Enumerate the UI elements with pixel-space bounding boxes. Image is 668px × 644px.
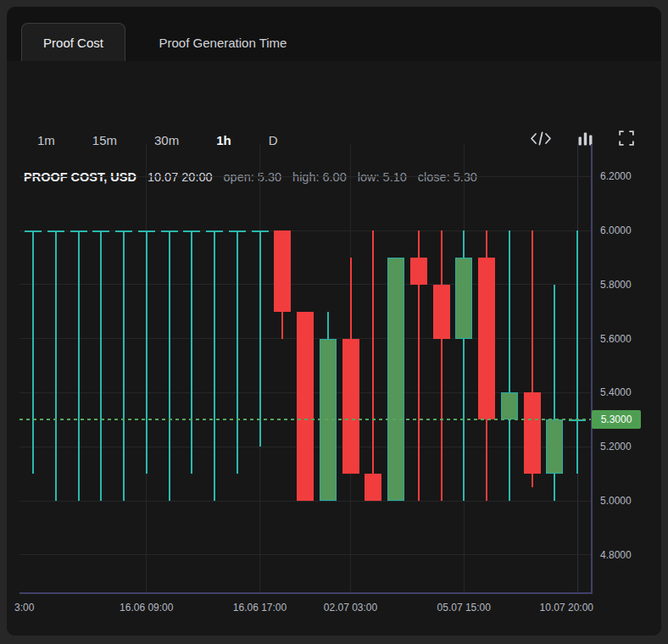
- legend-field-value: 6.00: [323, 170, 347, 184]
- legend-open: open:5.30: [224, 170, 282, 184]
- legend-field-label: open:: [224, 170, 254, 184]
- fullscreen-icon: [619, 130, 634, 148]
- tab-proof-cost[interactable]: Proof Cost: [21, 23, 125, 62]
- code-icon-button[interactable]: [528, 130, 554, 150]
- legend-time: 10.07 20:00: [148, 170, 213, 184]
- legend-field-value: 5.30: [258, 170, 281, 184]
- tab-proof-generation-time[interactable]: Proof Generation Time: [125, 23, 320, 62]
- fullscreen-icon-button[interactable]: [617, 129, 636, 150]
- interval-button-1m[interactable]: 1m: [34, 131, 58, 149]
- chart-legend: PROOF COST, USD 10.07 20:00 open:5.30hig…: [24, 170, 477, 184]
- interval-button-15m[interactable]: 15m: [89, 131, 120, 149]
- panel: Proof Cost Proof Generation Time 1m15m30…: [7, 7, 661, 636]
- legend-symbol: PROOF COST, USD: [24, 170, 136, 184]
- interval-button-D[interactable]: D: [265, 131, 281, 149]
- toolbar-icons: [528, 129, 636, 150]
- interval-button-1h[interactable]: 1h: [213, 131, 235, 149]
- legend-close: close:5.30: [418, 170, 477, 184]
- interval-toolbar: 1m15m30m1hD: [34, 127, 281, 153]
- code-icon: [530, 131, 552, 148]
- legend-field-value: 5.10: [383, 170, 407, 184]
- bar-columns-icon-button[interactable]: [576, 130, 595, 150]
- legend-low: low:5.10: [358, 170, 407, 184]
- legend-high: high:6.00: [292, 170, 347, 184]
- legend-field-label: low:: [358, 170, 380, 184]
- tab-proof-cost-label: Proof Cost: [43, 36, 103, 50]
- tab-proof-generation-time-label: Proof Generation Time: [159, 36, 287, 50]
- chart-widget: Proof Cost Proof Generation Time 1m15m30…: [0, 0, 668, 644]
- bar-columns-icon: [577, 131, 593, 148]
- legend-field-label: close:: [418, 170, 450, 184]
- legend-field-label: high:: [292, 170, 319, 184]
- legend-field-value: 5.30: [454, 170, 477, 184]
- chart-content: 1m15m30m1hD PROOF COST, USD 10.07 20:00 …: [7, 61, 661, 636]
- interval-button-30m[interactable]: 30m: [151, 131, 182, 149]
